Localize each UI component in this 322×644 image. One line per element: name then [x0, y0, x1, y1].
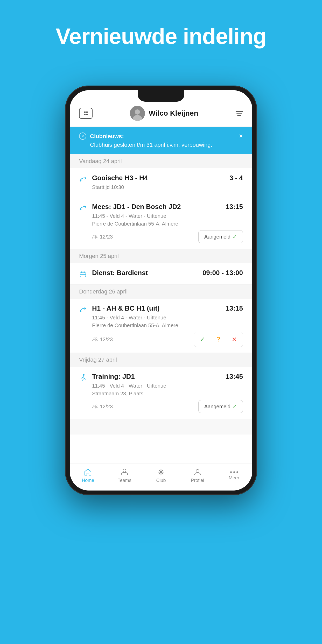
event-icon-hockey-2: [79, 204, 87, 213]
bottom-nav: Home Teams Club: [70, 464, 252, 491]
notification-banner: ✕ Clubnieuws: Clubhuis gesloten t/m 31 a…: [70, 127, 252, 154]
event-title-2: Mees: JD1 - Den Bosch JD2: [92, 203, 226, 211]
phone-screen: Wilco Kleijnen ✕ Clubnieuws: Clubhuis ge…: [70, 90, 252, 491]
notification-close-button[interactable]: ×: [239, 132, 243, 140]
svg-point-21: [230, 471, 232, 473]
phone-frame: Wilco Kleijnen ✕ Clubnieuws: Clubhuis ge…: [65, 86, 257, 495]
svg-rect-7: [80, 273, 86, 277]
event-icon-bag: [79, 270, 87, 279]
phone-notch: [138, 90, 184, 102]
nav-home-label: Home: [82, 478, 94, 483]
event-title-3: Dienst: Bardienst: [92, 269, 202, 277]
notification-message: Clubhuis gesloten t/m 31 april i.v.m. ve…: [90, 141, 212, 149]
event-subtitle-4: 11:45 - Veld 4 - Water - Uittenue Pierre…: [92, 314, 243, 329]
event-gooische: Gooische H3 - H4 3 - 4 Starttijd 10:30: [70, 168, 252, 197]
section-header-today: Vandaag 24 april: [70, 154, 252, 168]
event-subtitle-2: 11:45 - Veld 4 - Water - Uittenue Pierre…: [92, 212, 243, 228]
filter-icon[interactable]: [236, 111, 243, 116]
event-time-2: 13:15: [226, 203, 243, 211]
notification-dismiss-icon[interactable]: ✕: [79, 132, 86, 140]
nav-club[interactable]: Club: [149, 468, 173, 483]
user-name: Wilco Kleijnen: [149, 109, 198, 117]
club-icon: [157, 468, 165, 476]
nav-teams[interactable]: Teams: [113, 468, 136, 483]
svg-point-6: [95, 235, 97, 237]
aangemeld-button-2[interactable]: Aangemeld ✓: [198, 230, 243, 243]
svg-point-1: [135, 109, 140, 115]
event-time-5: 13:45: [226, 373, 243, 381]
event-participants-2: 12/23: [92, 234, 113, 240]
response-buttons: ✓ ? ✕: [194, 332, 243, 347]
event-mees-jd1: Mees: JD1 - Den Bosch JD2 13:15 11:45 - …: [70, 197, 252, 249]
event-icon-hockey: [79, 175, 87, 184]
meer-icon: [230, 471, 238, 474]
event-participants-5: 12/23: [92, 404, 113, 410]
response-no-button[interactable]: ✕: [226, 332, 243, 347]
svg-point-3: [80, 180, 81, 181]
notification-title: Clubnieuws:: [90, 132, 212, 141]
event-title-5: Training: JD1: [92, 373, 226, 381]
event-time-3: 09:00 - 13:00: [202, 269, 243, 277]
content-area: Vandaag 24 april Gooische H3 - H4: [70, 154, 252, 464]
event-subtitle-5: 11:45 - Veld 4 - Water - Uittenue Straat…: [92, 382, 243, 397]
profiel-icon: [193, 468, 202, 476]
avatar: [130, 106, 145, 121]
event-title: Gooische H3 - H4: [92, 174, 229, 182]
svg-point-20: [196, 470, 199, 473]
section-header-tomorrow: Morgen 25 april: [70, 249, 252, 263]
svg-point-23: [236, 471, 238, 473]
event-icon-run: [79, 374, 87, 382]
event-participants-4: 12/23: [92, 337, 113, 342]
svg-point-14: [95, 405, 97, 407]
response-maybe-button[interactable]: ?: [211, 332, 226, 347]
svg-point-15: [123, 469, 126, 472]
svg-point-22: [233, 471, 235, 473]
event-icon-hockey-3: [79, 305, 87, 314]
svg-point-9: [80, 310, 81, 312]
event-training-jd1: Training: JD1 13:45 11:45 - Veld 4 - Wat…: [70, 367, 252, 419]
nav-meer[interactable]: Meer: [222, 471, 246, 481]
nav-meer-label: Meer: [229, 475, 239, 481]
nav-profiel-label: Profiel: [191, 478, 204, 483]
event-time: 3 - 4: [229, 174, 243, 182]
page-title: Vernieuwde indeling: [0, 0, 322, 65]
event-time-4: 13:15: [226, 304, 243, 312]
teams-icon: [120, 468, 129, 476]
event-subtitle: Starttijd 10:30: [92, 183, 243, 191]
nav-teams-label: Teams: [118, 478, 131, 483]
response-yes-button[interactable]: ✓: [194, 332, 211, 347]
nav-club-label: Club: [156, 478, 166, 483]
event-title-4: H1 - AH & BC H1 (uit): [92, 304, 226, 312]
home-icon: [84, 468, 92, 476]
nav-home[interactable]: Home: [76, 468, 100, 483]
event-bardienst: Dienst: Bardienst 09:00 - 13:00: [70, 263, 252, 285]
event-h1-ah-bc: H1 - AH & BC H1 (uit) 13:15 11:45 - Veld…: [70, 299, 252, 353]
nav-profiel[interactable]: Profiel: [186, 468, 209, 483]
svg-point-4: [80, 209, 81, 210]
svg-point-11: [95, 338, 97, 340]
section-header-thursday: Donderdag 26 april: [70, 285, 252, 299]
aangemeld-button-5[interactable]: Aangemeld ✓: [198, 400, 243, 413]
section-header-friday: Vrijdag 27 april: [70, 353, 252, 367]
scoreboard-icon[interactable]: [79, 108, 93, 119]
user-info: Wilco Kleijnen: [130, 106, 198, 121]
